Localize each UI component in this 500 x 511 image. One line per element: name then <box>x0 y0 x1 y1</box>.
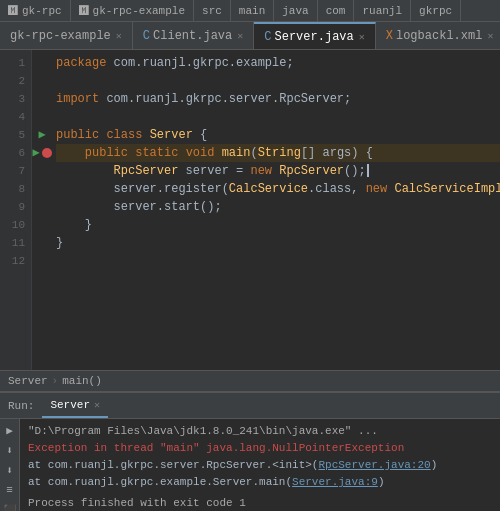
rpcserver-link[interactable]: RpcServer.java:20 <box>318 459 430 471</box>
breadcrumb-main[interactable]: main() <box>62 375 102 387</box>
stop-button[interactable]: ⬇ <box>3 443 17 457</box>
run-panel: Run: Server ✕ ▶ ⬇ ⬇ ≡ ⬛ "D:\Program File… <box>0 392 500 511</box>
breakpoint-icon[interactable] <box>42 148 52 158</box>
browser-tab-main[interactable]: main <box>231 0 274 21</box>
code-line-6: public static void main(String[] args) { <box>56 144 500 162</box>
close-tab-client[interactable]: ✕ <box>237 30 243 42</box>
code-line-1: package com.ruanjl.gkrpc.example; <box>56 54 500 72</box>
browser-tab-ruanjl[interactable]: ruanjl <box>354 0 411 21</box>
run-process-line: Process finished with exit code 1 <box>28 495 492 511</box>
code-line-2 <box>56 72 500 90</box>
run-output: "D:\Program Files\Java\jdk1.8.0_241\bin\… <box>20 419 500 511</box>
breadcrumb-separator: › <box>52 375 59 387</box>
browser-tab-gk-rpc-example[interactable]: 🅼 gk-rpc-example <box>71 0 194 21</box>
run-content: ▶ ⬇ ⬇ ≡ ⬛ "D:\Program Files\Java\jdk1.8.… <box>0 419 500 511</box>
run-button[interactable]: ▶ <box>3 423 17 437</box>
run-error-line: Exception in thread "main" java.lang.Nul… <box>28 440 492 457</box>
run-at-line-2: at com.ruanjl.gkrpc.example.Server.main(… <box>28 474 492 491</box>
run-arrow-icon-6[interactable]: ▶ <box>32 144 39 162</box>
browser-tab-gkrpc[interactable]: gkrpc <box>411 0 461 21</box>
run-arrow-icon[interactable]: ▶ <box>38 126 45 144</box>
code-line-4 <box>56 108 500 126</box>
pin-button[interactable]: ≡ <box>3 483 17 497</box>
code-line-3: import com.ruanjl.gkrpc.server.RpcServer… <box>56 90 500 108</box>
browser-tab-java[interactable]: java <box>274 0 317 21</box>
browser-tab-bar: 🅼 gk-rpc 🅼 gk-rpc-example src main java … <box>0 0 500 22</box>
server-link[interactable]: Server.java:9 <box>292 476 378 488</box>
code-line-5: public class Server { <box>56 126 500 144</box>
close-tab-server[interactable]: ✕ <box>359 31 365 43</box>
ide-tab-server[interactable]: C Server.java ✕ <box>254 22 375 49</box>
code-line-7: RpcServer server = new RpcServer(); <box>56 162 500 180</box>
browser-tab-gk-rpc[interactable]: 🅼 gk-rpc <box>0 0 71 21</box>
run-command-line: "D:\Program Files\Java\jdk1.8.0_241\bin\… <box>28 423 492 440</box>
code-line-11: } <box>56 234 500 252</box>
breadcrumb-server[interactable]: Server <box>8 375 48 387</box>
browser-tab-com[interactable]: com <box>318 0 355 21</box>
run-at-line-1: at com.ruanjl.gkrpc.server.RpcServer.<in… <box>28 457 492 474</box>
code-line-9: server.start(); <box>56 198 500 216</box>
code-line-10: } <box>56 216 500 234</box>
java-icon-client: C <box>143 29 150 43</box>
close-tab-logback[interactable]: ✕ <box>487 30 493 42</box>
close-tab-example[interactable]: ✕ <box>116 30 122 42</box>
code-line-12 <box>56 252 500 270</box>
rerun-button[interactable]: ⬇ <box>3 463 17 477</box>
close-run-tab[interactable]: ✕ <box>94 399 100 411</box>
ide-tab-bar: gk-rpc-example ✕ C Client.java ✕ C Serve… <box>0 22 500 50</box>
browser-tab-src[interactable]: src <box>194 0 231 21</box>
module-icon: 🅼 <box>79 5 89 17</box>
xml-icon: X <box>386 29 393 43</box>
run-tab-server[interactable]: Server ✕ <box>42 393 108 418</box>
ide-tab-logback[interactable]: X logbackl.xml ✕ <box>376 22 500 49</box>
java-icon-server: C <box>264 30 271 44</box>
code-line-8: server.register(CalcService.class, new C… <box>56 180 500 198</box>
project-icon: 🅼 <box>8 5 18 17</box>
code-editor: 1 2 3 4 5 6 7 8 9 10 11 12 ▶ ▶ package c… <box>0 50 500 370</box>
run-tab-bar: Run: Server ✕ <box>0 393 500 419</box>
ide-tab-client[interactable]: C Client.java ✕ <box>133 22 254 49</box>
editor-gutter: ▶ ▶ <box>32 50 52 370</box>
run-side-toolbar: ▶ ⬇ ⬇ ≡ ⬛ <box>0 419 20 511</box>
code-lines: package com.ruanjl.gkrpc.example; import… <box>52 50 500 370</box>
ide-tab-example[interactable]: gk-rpc-example ✕ <box>0 22 133 49</box>
breadcrumb: Server › main() <box>0 370 500 392</box>
run-label: Run: <box>0 393 42 418</box>
line-number-gutter: 1 2 3 4 5 6 7 8 9 10 11 12 <box>0 50 32 370</box>
close-panel-button[interactable]: ⬛ <box>3 503 17 511</box>
